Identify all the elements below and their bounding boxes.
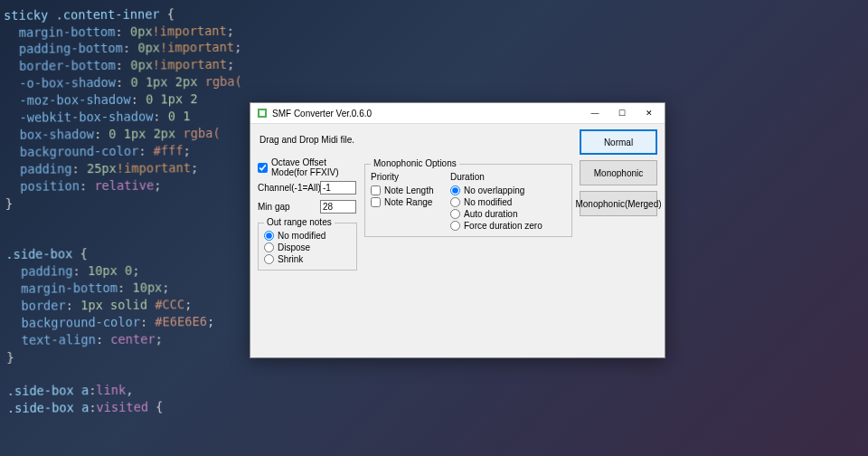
mingap-label: Min gap bbox=[258, 202, 317, 212]
titlebar[interactable]: SMF Converter Ver.0.6.0 — ☐ ✕ bbox=[250, 103, 665, 124]
outrange-legend: Out range notes bbox=[264, 217, 335, 227]
priority-option-0[interactable]: Note Length bbox=[371, 185, 441, 195]
mingap-input[interactable] bbox=[320, 200, 356, 214]
mode-normal-button[interactable]: Normal bbox=[580, 129, 657, 155]
duration-option-1[interactable]: No modified bbox=[450, 197, 542, 207]
duration-option-0[interactable]: No overlapping bbox=[450, 185, 542, 195]
mode-merged-button[interactable]: Monophonic(Merged) bbox=[580, 191, 657, 216]
close-button[interactable]: ✕ bbox=[636, 103, 663, 123]
monophonic-group: Monophonic Options Priority Note Length … bbox=[364, 164, 572, 237]
duration-option-2[interactable]: Auto duration bbox=[450, 209, 542, 219]
app-icon bbox=[256, 107, 269, 119]
duration-option-3[interactable]: Force duration zero bbox=[450, 221, 542, 231]
outrange-option-2[interactable]: Shrink bbox=[264, 254, 351, 264]
svg-rect-1 bbox=[259, 110, 265, 116]
outrange-group: Out range notes No modified Dispose Shri… bbox=[258, 223, 357, 271]
monophonic-legend: Monophonic Options bbox=[371, 158, 459, 168]
minimize-button[interactable]: — bbox=[581, 103, 609, 123]
app-window: SMF Converter Ver.0.6.0 — ☐ ✕ Drag and D… bbox=[250, 102, 665, 358]
channel-input[interactable] bbox=[320, 181, 356, 195]
duration-title: Duration bbox=[450, 172, 542, 182]
outrange-option-0[interactable]: No modified bbox=[264, 231, 351, 241]
channel-label: Channel(-1=All) bbox=[258, 183, 317, 193]
outrange-option-1[interactable]: Dispose bbox=[264, 242, 351, 252]
maximize-button[interactable]: ☐ bbox=[609, 103, 636, 123]
octave-offset-checkbox[interactable]: Octave Offset Mode(for FFXIV) bbox=[258, 157, 357, 177]
client-area: Drag and Drop Midi file. Octave Offset M… bbox=[250, 124, 665, 278]
background-code: sticky .content-inner { margin-bottom: 0… bbox=[4, 5, 245, 418]
octave-offset-label: Octave Offset Mode(for FFXIV) bbox=[271, 157, 357, 177]
mode-monophonic-button[interactable]: Monophonic bbox=[580, 160, 657, 185]
priority-title: Priority bbox=[371, 172, 441, 182]
window-title: SMF Converter Ver.0.6.0 bbox=[272, 109, 581, 119]
priority-option-1[interactable]: Note Range bbox=[371, 197, 441, 207]
drop-hint: Drag and Drop Midi file. bbox=[259, 135, 357, 145]
